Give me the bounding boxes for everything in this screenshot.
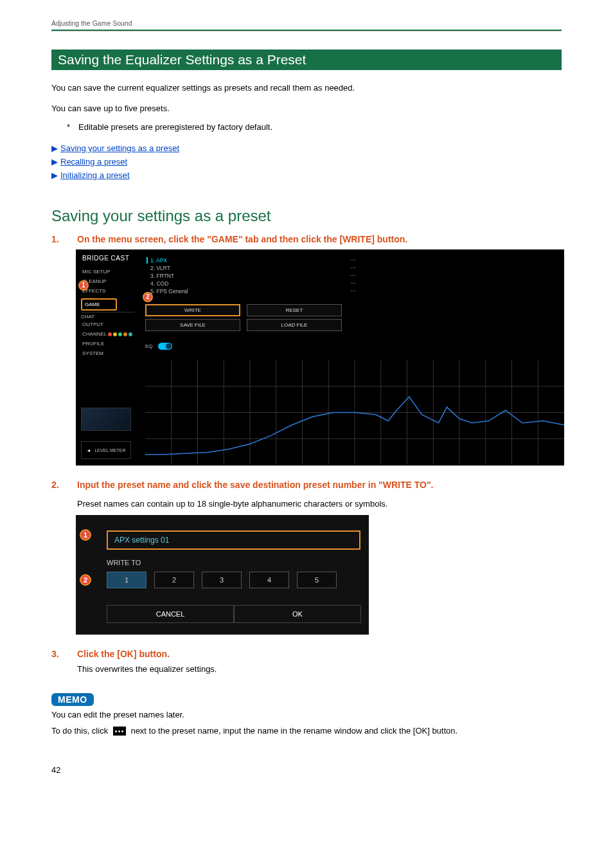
- ellipsis-icon: [113, 727, 126, 736]
- intro-paragraph-1: You can save the current equalizer setti…: [51, 82, 562, 95]
- cancel-button[interactable]: CANCEL: [107, 605, 234, 623]
- preset-item[interactable]: 1. APX: [150, 257, 167, 265]
- write-to-label: WRITE TO: [107, 559, 359, 566]
- callout-badge-2: 2: [80, 574, 91, 586]
- more-icon[interactable]: ⋯: [350, 280, 356, 288]
- callout-badge-1: 1: [78, 280, 89, 291]
- write-slot-3[interactable]: 3: [202, 572, 242, 588]
- step-2-note: Preset names can contain up to 18 single…: [77, 499, 562, 509]
- more-icon[interactable]: ⋯: [350, 265, 356, 273]
- callout-badge-2: 2: [143, 292, 153, 302]
- channel-dot-icon: [113, 332, 117, 336]
- factory-note: Editable presets are preregistered by fa…: [67, 122, 562, 132]
- link-saving-settings[interactable]: Saving your settings as a preset: [60, 143, 179, 153]
- section-heading: Saving your settings as a preset: [51, 207, 562, 225]
- app-brand: BRIDGE CAST: [76, 249, 140, 267]
- more-icon[interactable]: ⋯: [350, 273, 356, 280]
- preset-item[interactable]: 5. FPS General: [150, 288, 188, 296]
- write-button[interactable]: WRITE: [145, 304, 240, 316]
- sidebar-item-mic-setup[interactable]: MIC SETUP: [76, 267, 140, 276]
- main-panel: 1. APX⋯ 2. VLRT⋯ 3. FRTNT⋯ 4. COD⋯ 5. FP…: [145, 255, 559, 350]
- callout-badge-1: 1: [80, 529, 91, 541]
- eq-label: EQ: [145, 343, 153, 349]
- preset-item[interactable]: 3. FRTNT: [150, 273, 174, 280]
- ok-button[interactable]: OK: [234, 605, 361, 623]
- header-rule: [51, 30, 562, 32]
- arrow-left-icon: ◄: [87, 448, 91, 453]
- memo-badge: MEMO: [51, 693, 94, 706]
- sidebar-item-chat[interactable]: CHAT: [81, 312, 135, 320]
- screenshot-write-dialog: 1 APX settings 01 WRITE TO 2 1 2 3 4 5 C…: [76, 515, 369, 635]
- preset-item[interactable]: 4. COD: [150, 280, 168, 288]
- more-icon[interactable]: ⋯: [350, 288, 356, 296]
- link-recalling-preset[interactable]: Recalling a preset: [60, 157, 127, 167]
- page-number: 42: [51, 765, 562, 775]
- sidebar-item-game[interactable]: GAME: [81, 298, 117, 311]
- write-slot-5[interactable]: 5: [297, 572, 337, 588]
- level-meter-button[interactable]: ◄ LEVEL METER: [81, 441, 131, 459]
- triangle-icon: ▶: [51, 157, 58, 167]
- preset-item[interactable]: 2. VLRT: [150, 265, 170, 273]
- write-slot-2[interactable]: 2: [154, 572, 194, 588]
- preset-list: 1. APX⋯ 2. VLRT⋯ 3. FRTNT⋯ 4. COD⋯ 5. FP…: [145, 255, 559, 298]
- reset-button[interactable]: RESET: [247, 304, 342, 316]
- load-file-button[interactable]: LOAD FILE: [247, 319, 342, 331]
- step-text-3: Click the [OK] button.: [77, 649, 170, 659]
- channel-dot-icon: [123, 332, 127, 336]
- write-slot-1[interactable]: 1: [107, 572, 147, 588]
- sidebar-item-output[interactable]: OUTPUT: [76, 320, 140, 329]
- more-icon[interactable]: ⋯: [350, 257, 356, 265]
- triangle-icon: ▶: [51, 170, 58, 180]
- eq-graph: [145, 360, 564, 465]
- preset-name-field[interactable]: APX settings 01: [107, 530, 360, 550]
- channel-dot-icon: [129, 332, 132, 336]
- save-file-button[interactable]: SAVE FILE: [145, 319, 240, 331]
- link-initializing-preset[interactable]: Initializing a preset: [60, 170, 130, 180]
- step-number-3: 3.: [51, 649, 77, 659]
- eq-toggle[interactable]: [158, 343, 172, 350]
- intro-paragraph-2: You can save up to five presets.: [51, 102, 562, 115]
- sidebar-item-channel[interactable]: CHANNEL: [76, 329, 140, 339]
- step-text-1: On the menu screen, click the "GAME" tab…: [77, 234, 407, 244]
- step-number-1: 1.: [51, 234, 77, 244]
- page-title: Saving the Equalizer Settings as a Prese…: [51, 50, 562, 70]
- step-text-2: Input the preset name and click the save…: [77, 480, 433, 490]
- write-slot-4[interactable]: 4: [249, 572, 289, 588]
- running-header: Adjusting the Game Sound: [51, 19, 562, 27]
- memo-line-1: You can edit the preset names later.: [51, 709, 562, 722]
- sidebar-item-system[interactable]: SYSTEM: [76, 348, 140, 358]
- step-3-note: This overwrites the equalizer settings.: [77, 664, 562, 674]
- channel-dot-icon: [118, 332, 122, 336]
- sidebar-item-profile[interactable]: PROFILE: [76, 339, 140, 348]
- device-thumbnail: [81, 408, 131, 431]
- triangle-icon: ▶: [51, 143, 58, 153]
- memo-line-2: To do this, click next to the preset nam…: [51, 725, 562, 738]
- channel-dot-icon: [108, 332, 112, 336]
- screenshot-app-game-tab: BRIDGE CAST MIC SETUP CLEANUP EFFECTS GA…: [76, 249, 564, 466]
- step-number-2: 2.: [51, 480, 77, 490]
